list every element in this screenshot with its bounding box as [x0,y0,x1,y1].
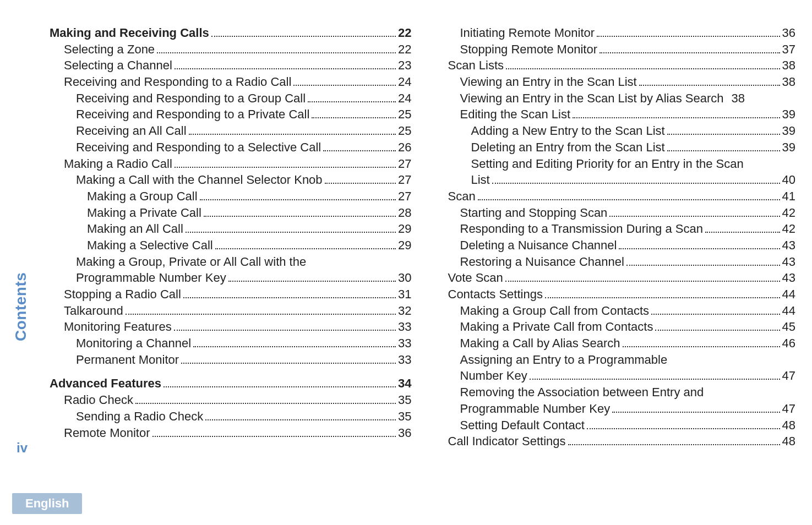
toc-entry[interactable]: Call Indicator Settings48 [434,433,796,450]
toc-leader-dots [152,436,396,437]
toc-entry-page: 39 [782,123,795,139]
toc-entry[interactable]: Receiving an All Call25 [50,123,412,139]
toc-entry-text: Advanced Features [50,375,161,392]
toc-entry[interactable]: Making a Group Call from Contacts44 [434,303,796,319]
toc-entry-text: Scan [448,188,476,205]
toc-leader-dots [619,248,780,249]
toc-leader-dots [626,265,780,266]
toc-leader-dots [612,412,780,413]
toc-entry[interactable]: Making a Group, Private or All Call with… [50,254,412,270]
toc-entry[interactable]: Contacts Settings44 [434,286,796,303]
toc-entry[interactable]: Monitoring Features33 [50,319,412,335]
toc-entry-page: 27 [398,188,411,205]
toc-entry-page: 42 [782,221,795,237]
toc-entry[interactable]: Making a Selective Call29 [50,237,412,254]
toc-entry[interactable]: Making a Group Call27 [50,188,412,205]
toc-entry[interactable]: Monitoring a Channel33 [50,335,412,352]
toc-entry-text: Setting and Editing Priority for an Entr… [471,156,744,172]
toc-entry-text: Vote Scan [448,270,503,286]
toc-columns: Making and Receiving Calls22Selecting a … [50,25,795,481]
toc-entry[interactable]: Receiving and Responding to a Private Ca… [50,106,412,123]
toc-leader-dots [651,314,780,315]
toc-leader-dots [545,297,780,298]
toc-entry[interactable]: Advanced Features34 [50,375,412,392]
toc-entry[interactable]: Programmable Number Key30 [50,270,412,286]
toc-leader-dots [228,281,396,282]
toc-entry-page: 27 [398,156,411,172]
toc-entry[interactable]: Initiating Remote Monitor36 [434,25,796,41]
toc-entry[interactable]: Vote Scan43 [434,270,796,286]
toc-leader-dots [639,85,780,86]
toc-entry-page: 24 [398,90,411,107]
toc-entry[interactable]: Making and Receiving Calls22 [50,25,412,41]
toc-entry-page: 25 [398,123,411,139]
toc-entry-text: Setting Default Contact [460,417,585,434]
toc-leader-dots [189,134,396,135]
toc-leader-dots [193,346,396,347]
toc-entry[interactable]: Radio Check35 [50,392,412,408]
toc-entry-page: 35 [398,392,411,408]
toc-entry[interactable]: Making a Radio Call27 [50,156,412,172]
toc-leader-dots [312,117,396,118]
toc-entry-text: Making and Receiving Calls [50,25,209,41]
toc-leader-dots [506,68,780,69]
toc-entry-page: 47 [782,368,795,384]
toc-entry-text: Call Indicator Settings [448,433,566,450]
toc-entry[interactable]: Making a Private Call from Contacts45 [434,319,796,335]
toc-entry-page: 23 [398,57,411,74]
toc-entry[interactable]: Selecting a Channel23 [50,57,412,74]
toc-entry-text: Radio Check [64,392,133,408]
toc-entry[interactable]: Permanent Monitor33 [50,352,412,368]
toc-entry[interactable]: Receiving and Responding to a Selective … [50,139,412,156]
toc-entry[interactable]: Talkaround32 [50,303,412,319]
toc-entry-text: Remote Monitor [64,425,150,441]
toc-entry[interactable]: Viewing an Entry in the Scan List38 [434,74,796,90]
toc-entry[interactable]: Sending a Radio Check35 [50,408,412,425]
toc-entry[interactable]: Editing the Scan List39 [434,106,796,123]
toc-entry[interactable]: Adding a New Entry to the Scan List39 [434,123,796,139]
toc-entry-text: Making a Selective Call [87,237,213,254]
toc-entry[interactable]: Making an All Call29 [50,221,412,237]
toc-entry[interactable]: Removing the Association between Entry a… [434,384,796,401]
toc-entry[interactable]: Assigning an Entry to a Programmable [434,352,796,368]
toc-entry-page: 41 [782,188,795,205]
toc-entry-text: Selecting a Channel [64,57,172,74]
toc-entry-page: 42 [782,205,795,221]
toc-entry-page: 31 [398,286,411,303]
toc-entry[interactable]: Responding to a Transmission During a Sc… [434,221,796,237]
toc-entry[interactable]: Viewing an Entry in the Scan List by Ali… [434,90,796,107]
toc-entry[interactable]: Restoring a Nuisance Channel43 [434,254,796,270]
toc-entry[interactable]: Making a Call with the Channel Selector … [50,172,412,188]
toc-entry-page: 44 [782,303,795,319]
toc-entry[interactable]: Scan41 [434,188,796,205]
toc-entry-page: 22 [398,41,411,58]
toc-leader-dots [587,428,780,429]
toc-entry-text: Making a Call by Alias Search [460,335,620,352]
toc-entry[interactable]: Making a Private Call28 [50,205,412,221]
toc-entry[interactable]: Setting Default Contact48 [434,417,796,434]
toc-entry[interactable]: Stopping Remote Monitor37 [434,41,796,58]
toc-entry[interactable]: List40 [434,172,796,188]
toc-entry[interactable]: Remote Monitor36 [50,425,412,441]
toc-entry[interactable]: Starting and Stopping Scan42 [434,205,796,221]
toc-entry-page: 34 [398,375,411,392]
toc-entry[interactable]: Programmable Number Key47 [434,401,796,417]
toc-entry-page: 36 [782,25,795,41]
toc-leader-dots [623,346,780,347]
toc-leader-dots [597,36,780,37]
toc-entry-text: Receiving and Responding to a Group Call [76,90,306,107]
toc-entry-text: Monitoring Features [64,319,172,335]
toc-entry[interactable]: Deleting an Entry from the Scan List39 [434,139,796,156]
toc-entry[interactable]: Number Key47 [434,368,796,384]
toc-entry[interactable]: Scan Lists38 [434,57,796,74]
toc-entry-text: Starting and Stopping Scan [460,205,608,221]
toc-entry[interactable]: Receiving and Responding to a Radio Call… [50,74,412,90]
toc-entry[interactable]: Receiving and Responding to a Group Call… [50,90,412,107]
toc-entry[interactable]: Deleting a Nuisance Channel43 [434,237,796,254]
toc-entry[interactable]: Setting and Editing Priority for an Entr… [434,156,796,172]
toc-leader-dots [293,85,396,86]
toc-entry[interactable]: Stopping a Radio Call31 [50,286,412,303]
toc-entry[interactable]: Selecting a Zone22 [50,41,412,58]
toc-entry[interactable]: Making a Call by Alias Search46 [434,335,796,352]
toc-entry-text: Editing the Scan List [460,106,571,123]
